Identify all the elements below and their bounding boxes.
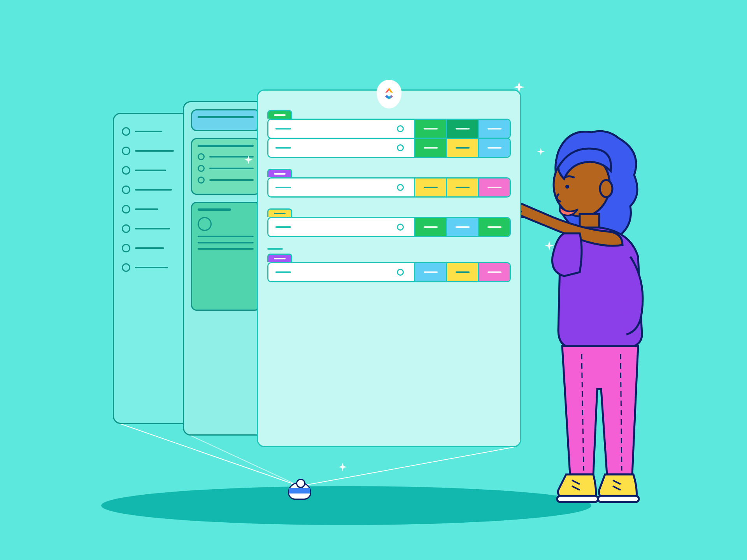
list-item xyxy=(114,161,189,180)
status-cell xyxy=(446,139,478,157)
task-row xyxy=(267,177,511,198)
floor-shadow xyxy=(101,486,591,525)
panel-front-tasklist xyxy=(257,89,521,447)
status-cell xyxy=(478,178,510,196)
status-cell xyxy=(478,263,510,281)
task-group xyxy=(267,248,511,282)
card xyxy=(191,109,260,131)
person-illustration xyxy=(521,117,669,513)
status-cell xyxy=(478,120,510,138)
card xyxy=(191,138,260,195)
list-item xyxy=(114,219,189,238)
list-item xyxy=(114,238,189,258)
svg-rect-9 xyxy=(557,496,598,502)
status-cell xyxy=(414,139,446,157)
list-item xyxy=(114,180,189,200)
card xyxy=(191,202,260,311)
status-cell xyxy=(414,218,446,236)
task-row xyxy=(267,138,511,158)
group-header-tab xyxy=(267,169,292,177)
group-header-tab xyxy=(267,254,292,262)
task-row xyxy=(267,262,511,282)
list-item xyxy=(114,141,189,161)
task-row xyxy=(267,217,511,237)
sparkle-icon xyxy=(514,82,524,93)
task-row xyxy=(267,119,511,139)
svg-rect-10 xyxy=(598,496,639,502)
sparkle-icon xyxy=(338,463,347,471)
status-cell xyxy=(446,178,478,196)
list-item xyxy=(114,122,189,141)
task-group xyxy=(267,110,511,158)
list-item xyxy=(114,258,189,277)
svg-point-5 xyxy=(565,185,569,189)
clickup-logo-icon xyxy=(377,80,402,108)
status-cell xyxy=(446,218,478,236)
panel-middle-cards xyxy=(183,101,268,436)
status-cell xyxy=(478,139,510,157)
group-label xyxy=(267,248,283,250)
svg-line-1 xyxy=(300,447,514,486)
group-header-tab xyxy=(267,208,292,217)
list-item xyxy=(114,200,189,219)
status-cell xyxy=(446,120,478,138)
svg-line-16 xyxy=(521,217,523,219)
status-cell xyxy=(478,218,510,236)
status-cell xyxy=(414,178,446,196)
task-group xyxy=(267,208,511,237)
hologram-projector xyxy=(288,482,311,506)
group-header-tab xyxy=(267,110,292,119)
status-cell xyxy=(446,263,478,281)
svg-point-4 xyxy=(600,180,612,197)
status-cell xyxy=(414,120,446,138)
task-group xyxy=(267,169,511,198)
panel-background-list xyxy=(113,113,191,424)
sparkle-icon xyxy=(244,156,253,164)
status-cell xyxy=(414,263,446,281)
